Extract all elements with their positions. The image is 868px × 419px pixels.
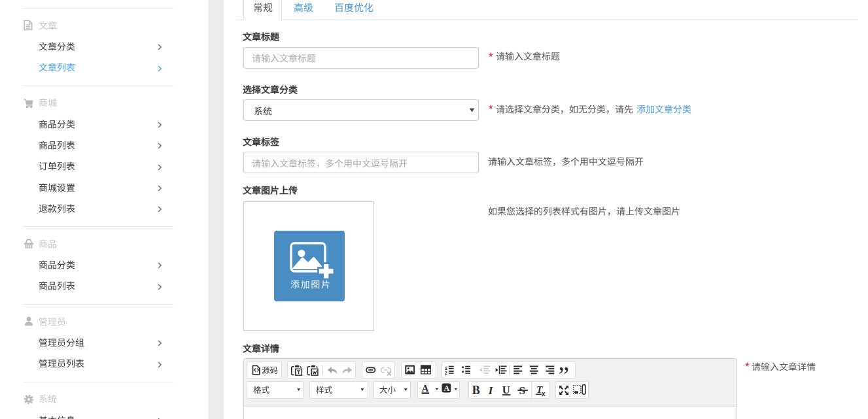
svg-text:A: A xyxy=(422,383,429,394)
svg-text:x: x xyxy=(542,390,546,397)
svg-text:I: I xyxy=(488,384,494,397)
svg-text:B: B xyxy=(472,384,480,397)
svg-text:2: 2 xyxy=(445,370,447,376)
svg-text:”: ” xyxy=(559,362,569,389)
svg-text:A: A xyxy=(444,384,450,393)
svg-text:U: U xyxy=(502,384,510,396)
